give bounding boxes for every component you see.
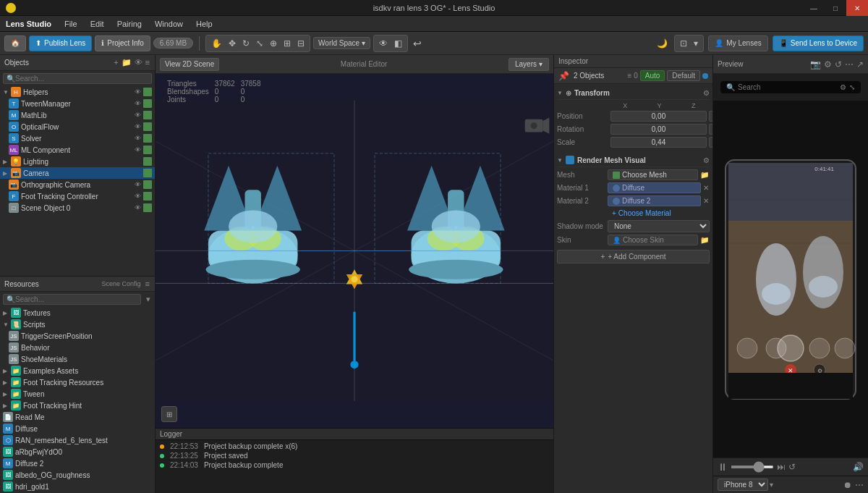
diffuse2-button[interactable]: Diffuse 2 (608, 195, 701, 206)
res-hdri[interactable]: 🖼 hdri_gold1 (0, 481, 155, 492)
res-tween[interactable]: ▶ 📁 Tween (0, 388, 155, 400)
shadow-select[interactable]: None (608, 220, 710, 232)
filter-icon2[interactable]: ▾ (145, 294, 155, 305)
refresh-preview-icon[interactable]: ↺ (835, 59, 842, 69)
skip-fwd-icon[interactable]: ⏭ (777, 462, 786, 472)
eye-toggle-icon[interactable]: 👁 (134, 57, 143, 68)
world-space-selector[interactable]: World Space ▾ (313, 37, 370, 49)
remove-material2-icon[interactable]: ✕ (702, 196, 710, 206)
check-ml[interactable] (143, 146, 152, 154)
tree-item-sceneobj[interactable]: □ Scene Object 0 👁 (0, 202, 155, 214)
volume-icon[interactable]: 🔊 (853, 462, 864, 472)
view-2d-button[interactable]: View 2D Scene (160, 58, 219, 71)
close-button[interactable]: ✕ (846, 0, 868, 16)
pin-icon[interactable]: 📌 (558, 71, 569, 81)
filter-icon[interactable]: ≡ (145, 57, 150, 68)
render-gear-icon[interactable]: ⚙ (703, 156, 710, 164)
resources-search-input[interactable] (15, 295, 137, 303)
add-component-button[interactable]: + + Add Component (557, 250, 710, 264)
send-to-device-button[interactable]: 📱 Send Lens to Device (773, 35, 864, 51)
choose-material-button[interactable]: + Choose Material (608, 208, 676, 218)
device-select[interactable]: iPhone 8 (718, 479, 768, 491)
preview-fullscreen-icon[interactable]: ⤡ (849, 83, 855, 91)
render-mesh-check[interactable] (566, 156, 574, 164)
check-optical[interactable] (143, 122, 152, 131)
check-helpers[interactable] (143, 88, 152, 96)
check-foot[interactable] (143, 192, 152, 201)
menu-help[interactable]: Help (190, 18, 218, 30)
tree-item-helpers[interactable]: ▼ H Helpers 👁 (0, 86, 155, 98)
check-camera[interactable] (143, 169, 152, 177)
res-textures[interactable]: ▶ 🖼 Textures (0, 307, 155, 319)
choose-mesh-button[interactable]: Choose Mesh (608, 169, 698, 180)
timeline-slider[interactable] (731, 465, 774, 468)
objects-search-input[interactable] (15, 75, 148, 83)
scene-grid-button[interactable]: ⊞ (161, 406, 177, 422)
res-albedo-rough[interactable]: 🖼 albedo_OG_roughness (0, 469, 155, 481)
tree-item-foottracking[interactable]: F Foot Tracking Controller 👁 (0, 190, 155, 202)
objects-search[interactable]: 🔍 (3, 73, 152, 84)
folder-open-icon[interactable]: 📁 (699, 170, 710, 180)
scene-canvas[interactable] (156, 74, 553, 428)
diffuse1-button[interactable]: Diffuse (608, 182, 701, 193)
rotate-tool[interactable]: ↻ (240, 38, 252, 49)
tree-item-camera[interactable]: ▶ 📷 Camera (0, 167, 155, 179)
play-pause-icon[interactable]: ⏸ (718, 461, 728, 473)
camera-front-icon[interactable]: 👁 (377, 38, 390, 49)
transform-gear-icon[interactable]: ⚙ (703, 89, 710, 97)
res-diffuse[interactable]: M Diffuse (0, 423, 155, 434)
resources-search[interactable]: 🔍 (3, 294, 141, 305)
transform-tool[interactable]: ⊕ (268, 38, 279, 49)
scene-config-tab[interactable]: Scene Config (101, 279, 142, 288)
preview-viewport[interactable]: 0:41:41 ✕ ⚙ (713, 101, 868, 458)
res-diffuse2[interactable]: M Diffuse 2 (0, 458, 155, 469)
my-lenses-button[interactable]: 👤 My Lenses (708, 35, 767, 51)
tree-item-tweenmanager[interactable]: T TweenManager 👁 (0, 98, 155, 109)
menu-edit[interactable]: Edit (85, 18, 110, 30)
res-shoematerials[interactable]: JS ShoeMaterials (0, 353, 155, 365)
rec-icon[interactable]: ⏺ (843, 480, 852, 490)
res-foothint[interactable]: ▶ 📁 Foot Tracking Hint (0, 400, 155, 411)
project-info-button[interactable]: ℹ Project Info (95, 35, 150, 51)
rotation-x[interactable] (610, 124, 707, 135)
minimize-button[interactable]: — (803, 0, 825, 16)
folder-skin-icon[interactable]: 📁 (699, 235, 710, 245)
camera-side-icon[interactable]: ◧ (392, 38, 404, 49)
camera-preview-icon[interactable]: 📷 (810, 59, 821, 69)
add-object-icon[interactable]: + (113, 57, 119, 68)
check-scene[interactable] (143, 203, 152, 212)
tree-item-orthocam[interactable]: 📷 Orthographic Camera 👁 (0, 179, 155, 190)
scale-x[interactable] (610, 137, 707, 148)
res-behavior[interactable]: JS Behavior (0, 342, 155, 353)
position-x[interactable] (610, 111, 707, 122)
tree-item-opticalflow[interactable]: O OpticalFlow 👁 (0, 121, 155, 132)
detach-preview-icon[interactable]: ↗ (856, 59, 864, 69)
res-footresources[interactable]: ▶ 📁 Foot Tracking Resources (0, 376, 155, 388)
preview-settings-icon[interactable]: ⚙ (840, 83, 846, 91)
remove-material1-icon[interactable]: ✕ (702, 183, 710, 193)
res-ran[interactable]: ⬡ RAN_remeshed_6_lens_test (0, 434, 155, 446)
check-orthocam[interactable] (143, 180, 152, 189)
more-icon[interactable]: ⋯ (855, 480, 864, 490)
tree-item-mlcomponent[interactable]: ML ML Component 👁 (0, 144, 155, 156)
publish-lens-button[interactable]: ⬆ Publish Lens (29, 35, 92, 51)
menu-pairing[interactable]: Pairing (111, 18, 148, 30)
settings-preview-icon[interactable]: ⚙ (824, 59, 832, 69)
more-preview-icon[interactable]: ⋯ (845, 59, 854, 69)
scene-view[interactable]: Triangles 37862 37858 Blendshapes 0 0 Jo… (156, 74, 553, 428)
res-scripts[interactable]: ▼ 📜 Scripts (0, 319, 155, 330)
check-lighting[interactable] (143, 157, 152, 166)
auto-button[interactable]: Auto (640, 70, 665, 81)
tree-item-mathlib[interactable]: M MathLib 👁 (0, 109, 155, 121)
res-examples[interactable]: ▶ 📁 Examples Assets (0, 365, 155, 376)
default-button[interactable]: Default (667, 70, 700, 81)
tree-item-lighting[interactable]: ▶ 💡 Lighting (0, 156, 155, 167)
loop-icon[interactable]: ↺ (788, 462, 796, 472)
tree-item-solver[interactable]: S Solver 👁 (0, 132, 155, 144)
folder-icon[interactable]: 📁 (121, 57, 132, 68)
check-tween[interactable] (143, 99, 152, 108)
res-arbg[interactable]: 🖼 aRbgFwjYdO0 (0, 446, 155, 458)
view-icon[interactable]: ⊡ (678, 38, 689, 49)
chevron-down-icon2[interactable]: ▾ (692, 38, 700, 49)
undo-icon[interactable]: ↩ (411, 37, 424, 50)
